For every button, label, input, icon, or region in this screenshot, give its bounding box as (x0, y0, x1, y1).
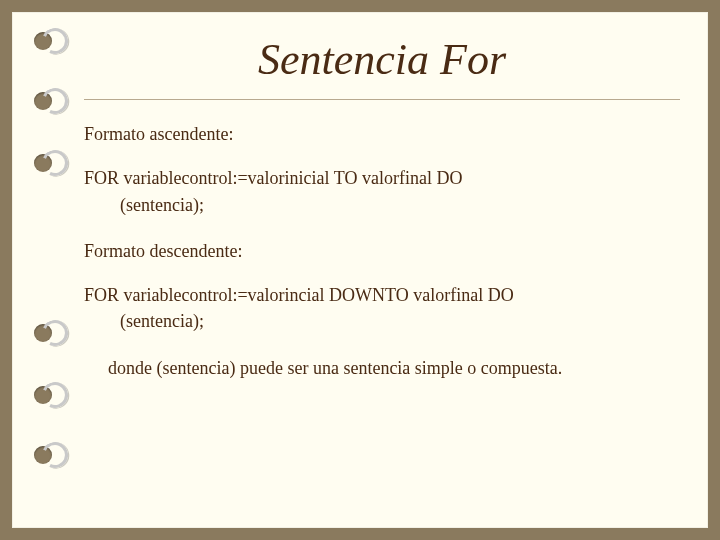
binding-ring-icon (38, 378, 71, 411)
ascending-body-line: (sentencia); (120, 193, 680, 217)
body-text: Formato ascendente: FOR variablecontrol:… (84, 122, 680, 380)
binding-ring-icon (38, 146, 71, 179)
binding-ring-icon (38, 438, 71, 471)
descending-label: Formato descendente: (84, 239, 680, 263)
slide-content: Sentencia For Formato ascendente: FOR va… (84, 12, 680, 528)
spiral-binding (12, 12, 68, 528)
descending-syntax-line: FOR variablecontrol:=valorincial DOWNTO … (84, 283, 680, 307)
slide-title: Sentencia For (84, 34, 680, 85)
descending-body-line: (sentencia); (120, 309, 680, 333)
binding-ring-icon (38, 24, 71, 57)
slide-frame: Sentencia For Formato ascendente: FOR va… (0, 0, 720, 540)
title-divider (84, 99, 680, 100)
ascending-label: Formato ascendente: (84, 122, 680, 146)
binding-ring-icon (38, 84, 71, 117)
paper-sheet: Sentencia For Formato ascendente: FOR va… (12, 12, 708, 528)
ascending-syntax-line: FOR variablecontrol:=valorinicial TO val… (84, 166, 680, 190)
note-line: donde (sentencia) puede ser una sentenci… (108, 356, 680, 380)
binding-ring-icon (38, 316, 71, 349)
